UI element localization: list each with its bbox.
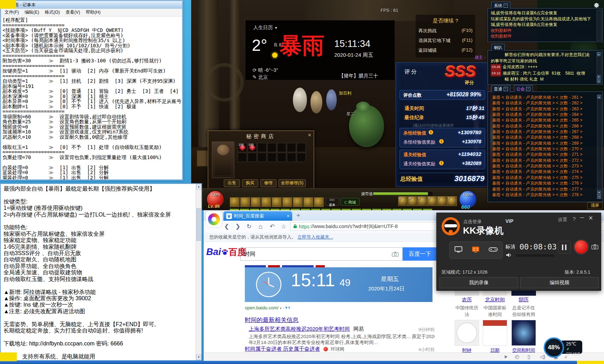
city-line[interactable]: ✎ 北京 bbox=[253, 74, 268, 81]
shop-item-slot[interactable]: 100 bbox=[248, 143, 257, 152]
speaker-icon[interactable] bbox=[505, 252, 512, 259]
scroll-down-icon[interactable]: ▼ bbox=[597, 191, 601, 194]
forward-icon[interactable]: ❯ bbox=[235, 223, 240, 230]
volume-bar[interactable] bbox=[516, 254, 555, 257]
shop-item-slot[interactable] bbox=[267, 143, 276, 152]
resize-grip[interactable]: ⇲ bbox=[597, 195, 601, 199]
region-mode-icon[interactable] bbox=[471, 246, 480, 254]
login-link[interactable]: 点击登录 bbox=[463, 219, 482, 225]
chevron-down-icon[interactable]: ▾ bbox=[280, 306, 282, 310]
buy-button[interactable]: 购买 bbox=[242, 179, 258, 187]
shop-item-slot[interactable] bbox=[287, 143, 296, 152]
shop-item-slot[interactable] bbox=[277, 143, 286, 152]
sell-button[interactable]: 出售 bbox=[224, 179, 240, 187]
camera-icon[interactable] bbox=[392, 251, 399, 258]
undo-icon[interactable]: ↶ bbox=[270, 223, 275, 230]
widget-image-label[interactable]: 时钟 bbox=[455, 347, 479, 352]
close-icon[interactable]: ✕ bbox=[589, 215, 593, 221]
widget-image[interactable] bbox=[511, 320, 536, 346]
result3[interactable]: 时间属于奋进者 历史属于奋进者 环球网 bbox=[245, 346, 344, 352]
pause-button[interactable] bbox=[558, 241, 571, 254]
tab-guild-chat[interactable]: 公会+ bbox=[514, 85, 533, 92]
scroll-thumb[interactable] bbox=[196, 208, 202, 241]
close-icon[interactable]: ✕ bbox=[308, 132, 311, 138]
minimize-icon[interactable]: ─ bbox=[580, 214, 584, 221]
scroll-down-icon[interactable]: ▼ bbox=[196, 355, 201, 360]
settings-link[interactable]: 设置 bbox=[558, 217, 567, 223]
result-title[interactable]: 时间的最新相关信息 bbox=[245, 316, 298, 324]
tab-normal-chat[interactable]: 普通+ bbox=[491, 85, 510, 92]
news-result[interactable]: 上海多所艺术类高校推迟2020年初艺考时间 网易 bbox=[249, 326, 364, 332]
menu-item-return-town[interactable]: 返回城镇(F12) bbox=[418, 47, 472, 54]
widget-image[interactable] bbox=[455, 320, 479, 346]
shop-item-slot[interactable] bbox=[257, 153, 267, 162]
menu-item-select-dungeon[interactable]: 选择其它地下城(F11) bbox=[418, 37, 472, 44]
info-icon[interactable]: i bbox=[429, 130, 433, 135]
shop-item-slot[interactable] bbox=[248, 153, 257, 162]
quality-label[interactable]: 标清 bbox=[505, 244, 515, 250]
shop-item-slot[interactable] bbox=[297, 153, 306, 162]
scroll-up-icon[interactable]: ▲ bbox=[597, 52, 600, 56]
import-bookmarks-link[interactable]: 立即导入收藏夹... bbox=[297, 234, 333, 240]
skill-slot[interactable]: Q bbox=[398, 196, 408, 206]
menu-view[interactable]: 查看(V) bbox=[66, 9, 80, 15]
shop-item-slot[interactable] bbox=[267, 153, 276, 162]
expand-icon[interactable]: + bbox=[504, 4, 508, 8]
baidu-search-button[interactable]: 百度一下 bbox=[403, 247, 437, 261]
system-scrollbar[interactable] bbox=[597, 10, 602, 41]
skill-slot[interactable]: T bbox=[437, 196, 447, 206]
skill-slot[interactable]: Y bbox=[447, 196, 457, 206]
widget-link[interactable]: 农历 bbox=[455, 297, 479, 303]
skill-slot[interactable]: E bbox=[418, 196, 428, 206]
skill-slot[interactable]: W bbox=[408, 196, 418, 206]
skill-slot[interactable]: 2 bbox=[240, 197, 250, 207]
widget-image-label[interactable]: 日期 bbox=[483, 347, 507, 352]
refresh-icon[interactable]: ⟳ bbox=[253, 67, 257, 73]
menu-edit[interactable]: 编辑(E) bbox=[25, 9, 39, 15]
fullscreen-mode-icon[interactable] bbox=[454, 246, 463, 254]
search-input[interactable]: 时间 bbox=[240, 247, 403, 261]
menu-file[interactable]: 文件(F) bbox=[5, 9, 19, 15]
info-content[interactable]: 最强内部全自动【暴雨】最稳定最长期【强烈推荐购买使用】 按键类型:1=驱动按键 … bbox=[4, 186, 195, 359]
time-card[interactable]: 15:11 49 星期五 2020年1月24日 bbox=[245, 267, 432, 302]
record-button[interactable] bbox=[573, 239, 589, 255]
history-clock-icon[interactable]: ◴ bbox=[515, 354, 519, 359]
menu-button[interactable]: ESC 菜单 bbox=[325, 198, 339, 206]
skill-slot[interactable]: 4 bbox=[261, 197, 271, 207]
trash-icon[interactable]: ▯ bbox=[528, 354, 530, 359]
browser-tab-active[interactable]: 时间_百度搜索 × bbox=[223, 211, 292, 221]
info-scrollbar[interactable]: ▲ ▼ bbox=[196, 184, 201, 360]
repair-all-button[interactable]: 全部修理(S) bbox=[278, 179, 306, 187]
horn-scrollbar[interactable]: ▲ ▼ ⇲ bbox=[597, 52, 602, 83]
edit-video-button[interactable]: 编辑视频 bbox=[520, 277, 599, 288]
taskbar[interactable] bbox=[0, 361, 604, 364]
browser-logo[interactable] bbox=[206, 211, 222, 228]
menu-format[interactable]: 格式(O) bbox=[45, 9, 60, 15]
widget-image-label[interactable]: 空间和时间 bbox=[511, 347, 536, 352]
rocket-icon[interactable]: ➤ bbox=[504, 354, 508, 359]
info-icon[interactable]: i bbox=[439, 161, 444, 165]
resize-grip[interactable]: ⇲ bbox=[597, 79, 600, 83]
mall-button[interactable]: ⊂ 商城 bbox=[341, 198, 360, 206]
widget-image[interactable] bbox=[483, 320, 507, 346]
tab-horn[interactable]: 喇叭 bbox=[491, 44, 505, 51]
tab-close-icon[interactable]: × bbox=[287, 213, 289, 219]
my-recordings-button[interactable]: 我的录像 bbox=[439, 277, 518, 288]
skill-slot[interactable]: 6 bbox=[282, 197, 292, 207]
skill-slot[interactable]: 1 bbox=[230, 197, 240, 207]
menu-help[interactable]: 帮助(H) bbox=[86, 9, 100, 15]
menu-item-retry[interactable]: 再次挑战(F10) bbox=[418, 28, 472, 34]
expand-icon[interactable]: + bbox=[526, 87, 530, 91]
chat-scrollbar[interactable]: ▲ ▼ ⇲ bbox=[597, 95, 602, 199]
skill-slot[interactable]: 3 bbox=[251, 197, 261, 207]
skill-slot[interactable]: 5 bbox=[272, 197, 282, 207]
skill-slot[interactable] bbox=[293, 197, 303, 207]
shop-item-slot[interactable] bbox=[257, 143, 267, 152]
clear-screen-button[interactable]: 清屏 bbox=[587, 202, 603, 209]
shop-item-slot[interactable] bbox=[277, 153, 286, 162]
new-tab-button[interactable]: + bbox=[296, 212, 300, 219]
scroll-up-icon[interactable]: ▲ bbox=[196, 184, 201, 190]
favorite-star-icon[interactable]: ☆ bbox=[281, 223, 286, 230]
shop-item-slot[interactable]: 100 bbox=[238, 143, 247, 152]
notepad-titlebar[interactable]: 暴雨 - 记事本 bbox=[1, 1, 182, 9]
